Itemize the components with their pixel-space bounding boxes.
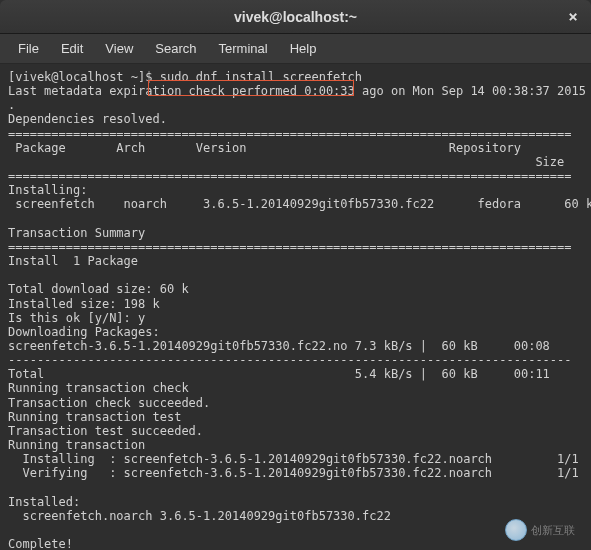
output-rule: ========================================… xyxy=(8,240,572,254)
output-line: Running transaction check xyxy=(8,381,189,395)
watermark-text: 创新互联 xyxy=(531,525,575,536)
menu-terminal[interactable]: Terminal xyxy=(209,37,278,60)
output-line: Running transaction xyxy=(8,438,145,452)
output-line: Total download size: 60 k xyxy=(8,282,189,296)
watermark: 创新互联 xyxy=(505,518,585,542)
output-rule: ----------------------------------------… xyxy=(8,353,572,367)
prompt-response: Is this ok [y/N]: y xyxy=(8,311,145,325)
menu-file[interactable]: File xyxy=(8,37,49,60)
menu-edit[interactable]: Edit xyxy=(51,37,93,60)
output-line: Transaction test succeeded. xyxy=(8,424,203,438)
output-line: screenfetch.noarch 3.6.5-1.20140929git0f… xyxy=(8,509,391,523)
menu-search[interactable]: Search xyxy=(145,37,206,60)
command-text: sudo dnf install screenfetch xyxy=(160,70,362,84)
window-titlebar: vivek@localhost:~ × xyxy=(0,0,591,34)
menubar: File Edit View Search Terminal Help xyxy=(0,34,591,64)
output-rule: ========================================… xyxy=(8,169,572,183)
output-line: Installing : screenfetch-3.6.5-1.2014092… xyxy=(8,452,579,466)
close-icon: × xyxy=(568,7,578,26)
output-line: screenfetch-3.6.5-1.20140929git0fb57330.… xyxy=(8,339,550,353)
output-line: Last metadata expiration check performed… xyxy=(8,84,586,98)
terminal-output[interactable]: [vivek@localhost ~]$ sudo dnf install sc… xyxy=(0,64,591,550)
close-button[interactable]: × xyxy=(563,7,583,27)
output-line: Install 1 Package xyxy=(8,254,138,268)
section-header: Transaction Summary xyxy=(8,226,145,240)
output-line: Verifying : screenfetch-3.6.5-1.20140929… xyxy=(8,466,579,480)
table-row: screenfetch noarch 3.6.5-1.20140929git0f… xyxy=(8,197,591,211)
section-header: Installing: xyxy=(8,183,87,197)
output-rule: ========================================… xyxy=(8,127,572,141)
table-header: Size xyxy=(8,155,564,169)
output-line: Dependencies resolved. xyxy=(8,112,167,126)
table-header: Package Arch Version Repository xyxy=(8,141,521,155)
section-header: Installed: xyxy=(8,495,80,509)
watermark-logo-icon xyxy=(505,519,527,541)
menu-view[interactable]: View xyxy=(95,37,143,60)
output-line: Downloading Packages: xyxy=(8,325,160,339)
output-line: Total 5.4 kB/s | 60 kB 00:11 xyxy=(8,367,550,381)
output-line: Transaction check succeeded. xyxy=(8,396,210,410)
menu-help[interactable]: Help xyxy=(280,37,327,60)
window-title: vivek@localhost:~ xyxy=(234,9,357,25)
output-line: . xyxy=(8,98,15,112)
output-line: Running transaction test xyxy=(8,410,181,424)
prompt: [vivek@localhost ~]$ xyxy=(8,70,160,84)
output-line: Installed size: 198 k xyxy=(8,297,160,311)
output-line: Complete! xyxy=(8,537,73,550)
